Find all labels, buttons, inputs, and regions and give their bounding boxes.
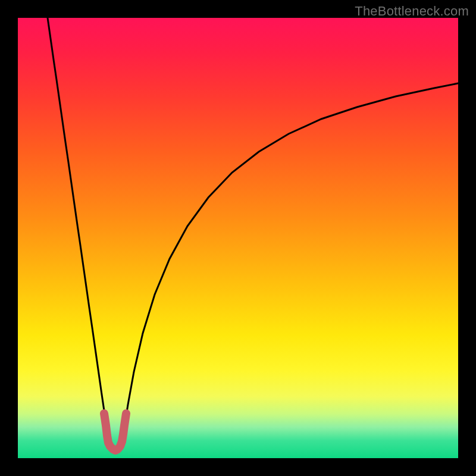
plot-area	[18, 18, 458, 458]
chart-frame: TheBottleneck.com	[0, 0, 476, 476]
gradient-background	[18, 18, 458, 458]
chart-svg	[18, 18, 458, 458]
watermark-text: TheBottleneck.com	[355, 4, 469, 19]
